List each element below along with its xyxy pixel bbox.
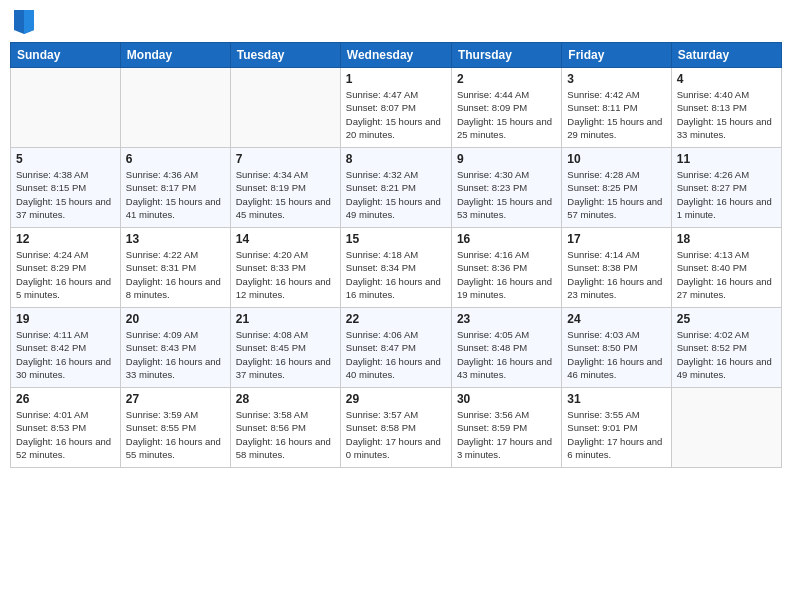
day-number: 20 [126, 312, 225, 326]
day-number: 9 [457, 152, 556, 166]
calendar-cell: 18Sunrise: 4:13 AMSunset: 8:40 PMDayligh… [671, 228, 781, 308]
day-info: Sunrise: 4:38 AMSunset: 8:15 PMDaylight:… [16, 168, 115, 221]
column-header-monday: Monday [120, 43, 230, 68]
logo [14, 10, 38, 34]
day-info: Sunrise: 4:01 AMSunset: 8:53 PMDaylight:… [16, 408, 115, 461]
day-number: 31 [567, 392, 665, 406]
calendar-cell [120, 68, 230, 148]
calendar-table: SundayMondayTuesdayWednesdayThursdayFrid… [10, 42, 782, 468]
calendar-cell: 24Sunrise: 4:03 AMSunset: 8:50 PMDayligh… [562, 308, 671, 388]
day-number: 29 [346, 392, 446, 406]
day-info: Sunrise: 4:44 AMSunset: 8:09 PMDaylight:… [457, 88, 556, 141]
day-info: Sunrise: 4:22 AMSunset: 8:31 PMDaylight:… [126, 248, 225, 301]
day-info: Sunrise: 3:59 AMSunset: 8:55 PMDaylight:… [126, 408, 225, 461]
day-number: 1 [346, 72, 446, 86]
day-number: 13 [126, 232, 225, 246]
day-info: Sunrise: 4:20 AMSunset: 8:33 PMDaylight:… [236, 248, 335, 301]
day-info: Sunrise: 4:26 AMSunset: 8:27 PMDaylight:… [677, 168, 776, 221]
header [10, 10, 782, 34]
calendar-cell: 17Sunrise: 4:14 AMSunset: 8:38 PMDayligh… [562, 228, 671, 308]
day-number: 22 [346, 312, 446, 326]
calendar-cell: 20Sunrise: 4:09 AMSunset: 8:43 PMDayligh… [120, 308, 230, 388]
calendar-week-3: 12Sunrise: 4:24 AMSunset: 8:29 PMDayligh… [11, 228, 782, 308]
calendar-cell: 7Sunrise: 4:34 AMSunset: 8:19 PMDaylight… [230, 148, 340, 228]
calendar-cell: 22Sunrise: 4:06 AMSunset: 8:47 PMDayligh… [340, 308, 451, 388]
calendar-cell: 23Sunrise: 4:05 AMSunset: 8:48 PMDayligh… [451, 308, 561, 388]
day-number: 6 [126, 152, 225, 166]
day-info: Sunrise: 4:28 AMSunset: 8:25 PMDaylight:… [567, 168, 665, 221]
day-info: Sunrise: 4:42 AMSunset: 8:11 PMDaylight:… [567, 88, 665, 141]
day-info: Sunrise: 4:02 AMSunset: 8:52 PMDaylight:… [677, 328, 776, 381]
calendar-cell: 21Sunrise: 4:08 AMSunset: 8:45 PMDayligh… [230, 308, 340, 388]
day-number: 28 [236, 392, 335, 406]
calendar-cell: 31Sunrise: 3:55 AMSunset: 9:01 PMDayligh… [562, 388, 671, 468]
calendar-cell: 1Sunrise: 4:47 AMSunset: 8:07 PMDaylight… [340, 68, 451, 148]
day-number: 19 [16, 312, 115, 326]
calendar-cell: 4Sunrise: 4:40 AMSunset: 8:13 PMDaylight… [671, 68, 781, 148]
calendar-cell: 16Sunrise: 4:16 AMSunset: 8:36 PMDayligh… [451, 228, 561, 308]
calendar-cell: 19Sunrise: 4:11 AMSunset: 8:42 PMDayligh… [11, 308, 121, 388]
day-number: 21 [236, 312, 335, 326]
calendar-cell [230, 68, 340, 148]
day-info: Sunrise: 4:32 AMSunset: 8:21 PMDaylight:… [346, 168, 446, 221]
calendar-cell: 10Sunrise: 4:28 AMSunset: 8:25 PMDayligh… [562, 148, 671, 228]
day-number: 14 [236, 232, 335, 246]
calendar-cell: 9Sunrise: 4:30 AMSunset: 8:23 PMDaylight… [451, 148, 561, 228]
day-number: 30 [457, 392, 556, 406]
calendar-cell: 26Sunrise: 4:01 AMSunset: 8:53 PMDayligh… [11, 388, 121, 468]
calendar-week-2: 5Sunrise: 4:38 AMSunset: 8:15 PMDaylight… [11, 148, 782, 228]
day-number: 17 [567, 232, 665, 246]
day-info: Sunrise: 4:36 AMSunset: 8:17 PMDaylight:… [126, 168, 225, 221]
day-info: Sunrise: 3:56 AMSunset: 8:59 PMDaylight:… [457, 408, 556, 461]
calendar-cell: 30Sunrise: 3:56 AMSunset: 8:59 PMDayligh… [451, 388, 561, 468]
day-info: Sunrise: 4:05 AMSunset: 8:48 PMDaylight:… [457, 328, 556, 381]
day-number: 23 [457, 312, 556, 326]
column-header-tuesday: Tuesday [230, 43, 340, 68]
day-info: Sunrise: 4:30 AMSunset: 8:23 PMDaylight:… [457, 168, 556, 221]
calendar-cell: 2Sunrise: 4:44 AMSunset: 8:09 PMDaylight… [451, 68, 561, 148]
calendar-cell: 6Sunrise: 4:36 AMSunset: 8:17 PMDaylight… [120, 148, 230, 228]
day-info: Sunrise: 4:16 AMSunset: 8:36 PMDaylight:… [457, 248, 556, 301]
column-header-wednesday: Wednesday [340, 43, 451, 68]
page: SundayMondayTuesdayWednesdayThursdayFrid… [0, 0, 792, 612]
day-info: Sunrise: 4:03 AMSunset: 8:50 PMDaylight:… [567, 328, 665, 381]
day-number: 8 [346, 152, 446, 166]
day-number: 2 [457, 72, 556, 86]
calendar-cell: 13Sunrise: 4:22 AMSunset: 8:31 PMDayligh… [120, 228, 230, 308]
day-info: Sunrise: 4:11 AMSunset: 8:42 PMDaylight:… [16, 328, 115, 381]
calendar-header-row: SundayMondayTuesdayWednesdayThursdayFrid… [11, 43, 782, 68]
day-number: 25 [677, 312, 776, 326]
logo-icon [14, 10, 34, 34]
calendar-cell: 3Sunrise: 4:42 AMSunset: 8:11 PMDaylight… [562, 68, 671, 148]
column-header-sunday: Sunday [11, 43, 121, 68]
day-info: Sunrise: 4:08 AMSunset: 8:45 PMDaylight:… [236, 328, 335, 381]
day-info: Sunrise: 4:47 AMSunset: 8:07 PMDaylight:… [346, 88, 446, 141]
day-number: 12 [16, 232, 115, 246]
svg-marker-1 [24, 10, 34, 34]
day-number: 7 [236, 152, 335, 166]
day-info: Sunrise: 3:57 AMSunset: 8:58 PMDaylight:… [346, 408, 446, 461]
day-info: Sunrise: 4:09 AMSunset: 8:43 PMDaylight:… [126, 328, 225, 381]
calendar-cell: 8Sunrise: 4:32 AMSunset: 8:21 PMDaylight… [340, 148, 451, 228]
calendar-cell: 12Sunrise: 4:24 AMSunset: 8:29 PMDayligh… [11, 228, 121, 308]
day-number: 26 [16, 392, 115, 406]
calendar-cell: 29Sunrise: 3:57 AMSunset: 8:58 PMDayligh… [340, 388, 451, 468]
day-info: Sunrise: 4:34 AMSunset: 8:19 PMDaylight:… [236, 168, 335, 221]
calendar-cell: 25Sunrise: 4:02 AMSunset: 8:52 PMDayligh… [671, 308, 781, 388]
calendar-cell [11, 68, 121, 148]
day-number: 27 [126, 392, 225, 406]
day-info: Sunrise: 3:55 AMSunset: 9:01 PMDaylight:… [567, 408, 665, 461]
day-number: 16 [457, 232, 556, 246]
calendar-cell [671, 388, 781, 468]
calendar-week-1: 1Sunrise: 4:47 AMSunset: 8:07 PMDaylight… [11, 68, 782, 148]
calendar-cell: 15Sunrise: 4:18 AMSunset: 8:34 PMDayligh… [340, 228, 451, 308]
day-number: 3 [567, 72, 665, 86]
day-info: Sunrise: 4:24 AMSunset: 8:29 PMDaylight:… [16, 248, 115, 301]
day-info: Sunrise: 4:40 AMSunset: 8:13 PMDaylight:… [677, 88, 776, 141]
calendar-cell: 14Sunrise: 4:20 AMSunset: 8:33 PMDayligh… [230, 228, 340, 308]
day-number: 10 [567, 152, 665, 166]
day-info: Sunrise: 4:14 AMSunset: 8:38 PMDaylight:… [567, 248, 665, 301]
calendar-week-4: 19Sunrise: 4:11 AMSunset: 8:42 PMDayligh… [11, 308, 782, 388]
day-number: 11 [677, 152, 776, 166]
calendar-cell: 27Sunrise: 3:59 AMSunset: 8:55 PMDayligh… [120, 388, 230, 468]
